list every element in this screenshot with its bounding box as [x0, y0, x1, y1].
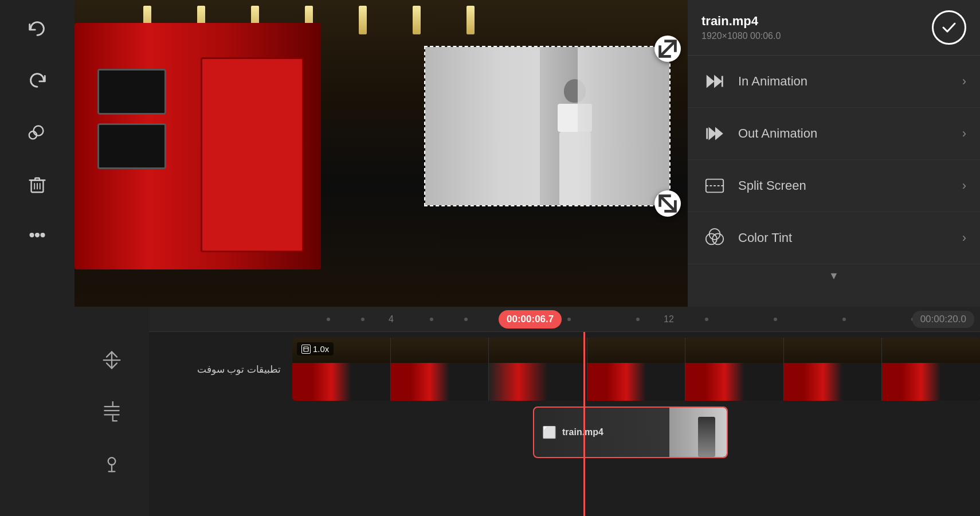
- delete-button[interactable]: [20, 166, 54, 201]
- svg-marker-16: [709, 128, 716, 139]
- train-door: [201, 57, 304, 252]
- thumb-train-3: [489, 363, 587, 401]
- top-row: train.mp4 1920×1080 00:06.0: [75, 0, 980, 307]
- clip-thumb-5: [685, 338, 784, 401]
- speed-badge: 1.0x: [297, 342, 334, 355]
- thumb-platform-3: [489, 338, 587, 366]
- split-screen-label: Split Screen: [738, 178, 952, 193]
- thumb-platform-7: [882, 338, 980, 366]
- ruler-dot-1: [327, 318, 330, 321]
- sidebar: [0, 0, 75, 516]
- thumb-platform-4: [587, 338, 685, 366]
- color-tint-icon: [701, 225, 728, 251]
- ruler-dot-9: [842, 318, 846, 321]
- svg-point-8: [36, 233, 39, 237]
- ruler-dot-7: [705, 318, 708, 321]
- ruler-dot-3: [430, 318, 433, 321]
- pip-blur-right: [578, 47, 669, 205]
- resize-handle-topleft[interactable]: [654, 36, 681, 62]
- split-screen-arrow: ›: [962, 178, 966, 193]
- panel-header: train.mp4 1920×1080 00:06.0: [688, 0, 980, 56]
- svg-rect-31: [304, 347, 308, 351]
- clip-thumb-7: [882, 338, 980, 401]
- train-window-2: [97, 123, 166, 169]
- ruler-dot-6: [636, 318, 640, 321]
- ruler-marks: 4 00:00:06.7 12 00:00:20.0: [292, 307, 980, 331]
- clip-thumb-3: [489, 338, 587, 401]
- panel-file-info: train.mp4 1920×1080 00:06.0: [701, 14, 781, 41]
- svg-point-9: [41, 233, 45, 237]
- light-6: [413, 6, 421, 34]
- resize-handle-bottomright[interactable]: [654, 190, 681, 217]
- out-animation-item[interactable]: Out Animation ›: [688, 108, 980, 160]
- thumb-train-5: [685, 363, 783, 401]
- color-tint-item[interactable]: Color Tint ›: [688, 212, 980, 264]
- thumb-platform-5: [685, 338, 783, 366]
- ruler-total-time: 00:00:20.0: [912, 311, 974, 328]
- main-track-label: تطبيقات توب سوفت: [149, 363, 292, 376]
- playhead-line: [583, 332, 585, 516]
- out-animation-arrow: ›: [962, 126, 966, 141]
- clip-thumb-4: [587, 338, 686, 401]
- overlay-clip[interactable]: ⬜ train.mp4: [533, 406, 728, 458]
- light-7: [467, 6, 475, 34]
- svg-point-7: [30, 233, 34, 237]
- main-track-clips[interactable]: 1.0x: [292, 338, 980, 401]
- redo-button[interactable]: [20, 63, 54, 97]
- panel-scroll-indicator: ▼: [688, 264, 980, 288]
- timeline-area: 4 00:00:06.7 12 00:00:20.0: [75, 307, 980, 516]
- pip-clip[interactable]: [424, 46, 671, 206]
- thumb-platform-6: [784, 338, 882, 366]
- ruler-number-12: 12: [664, 314, 674, 325]
- split-screen-item[interactable]: Split Screen ›: [688, 160, 980, 212]
- timeline-tracks: تطبيقات توب سوفت: [149, 332, 980, 516]
- ruler-dot-8: [774, 318, 777, 321]
- effects-button[interactable]: [20, 115, 54, 149]
- timeline-left-tools: [75, 307, 149, 516]
- overlay-clip-thumb: [669, 408, 727, 457]
- out-animation-icon: [701, 120, 728, 147]
- light-5: [359, 6, 367, 34]
- undo-button[interactable]: [20, 11, 54, 46]
- main-clip[interactable]: 1.0x: [292, 338, 980, 401]
- right-panel: train.mp4 1920×1080 00:06.0: [688, 0, 980, 307]
- pip-blur-left: [425, 47, 540, 205]
- scroll-down-arrow: ▼: [829, 270, 839, 282]
- in-animation-label: In Animation: [738, 74, 952, 89]
- svg-point-0: [33, 126, 43, 136]
- ruler-dot-5: [567, 318, 571, 321]
- svg-point-28: [108, 458, 116, 465]
- overlay-clip-icon: ⬜: [542, 425, 556, 439]
- timeline-main: 4 00:00:06.7 12 00:00:20.0: [149, 307, 980, 516]
- in-animation-arrow: ›: [962, 74, 966, 89]
- video-preview: [75, 0, 688, 307]
- ruler-dot-4: [464, 318, 468, 321]
- svg-marker-12: [707, 76, 714, 87]
- pip-video-content: [425, 47, 669, 205]
- thumb-platform-2: [391, 338, 489, 366]
- train-windows: [97, 69, 166, 169]
- out-animation-label: Out Animation: [738, 126, 952, 141]
- more-button[interactable]: [20, 218, 54, 252]
- main-track: تطبيقات توب سوفت: [149, 338, 980, 401]
- ruler-number-4: 4: [389, 314, 394, 325]
- split-screen-icon: [701, 173, 728, 199]
- playhead-time-display: 00:00:06.7: [499, 310, 562, 329]
- overlay-thumb-figure: [698, 417, 715, 457]
- clip-thumb-2: [391, 338, 489, 401]
- done-button[interactable]: [932, 10, 966, 45]
- panel-filedetails: 1920×1080 00:06.0: [701, 31, 781, 41]
- train-background: [75, 23, 321, 269]
- svg-line-10: [660, 41, 676, 57]
- ruler-dot-2: [361, 318, 364, 321]
- svg-line-11: [660, 196, 676, 212]
- timeline-align-button[interactable]: [95, 394, 129, 429]
- overlay-track: ⬜ train.mp4: [292, 406, 980, 458]
- color-tint-arrow: ›: [962, 230, 966, 245]
- thumb-train-6: [784, 363, 882, 401]
- panel-filename: train.mp4: [701, 14, 781, 29]
- timeline-split-button[interactable]: [95, 343, 129, 377]
- in-animation-item[interactable]: In Animation ›: [688, 56, 980, 108]
- timeline-pin-button[interactable]: [95, 446, 129, 480]
- thumb-train-4: [587, 363, 685, 401]
